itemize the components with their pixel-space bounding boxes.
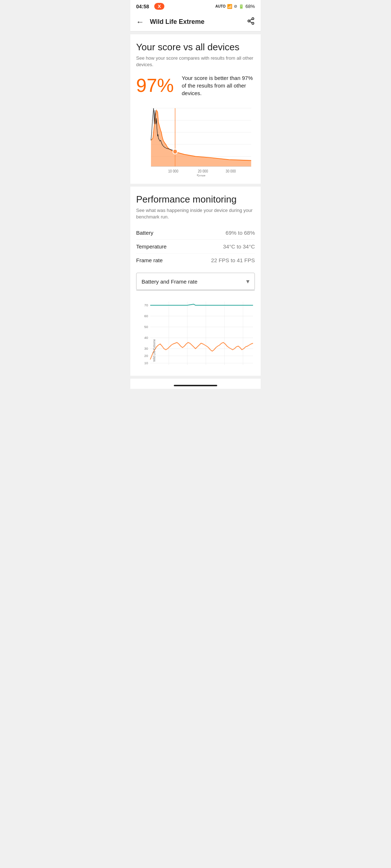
battery-percent: 68% — [245, 4, 255, 9]
score-card: Your score vs all devices See how your s… — [130, 34, 261, 184]
performance-table: Battery 69% to 68% Temperature 34°C to 3… — [136, 226, 255, 267]
framerate-label: Frame rate — [136, 257, 163, 263]
svg-text:30: 30 — [144, 347, 148, 350]
share-button[interactable] — [247, 17, 255, 27]
status-bar: 04:58 X AUTO 📶 ⊘ 🔋 68% — [130, 0, 261, 13]
svg-text:20: 20 — [144, 354, 148, 358]
svg-marker-10 — [151, 110, 251, 166]
sim-icon: ⊘ — [234, 4, 237, 9]
svg-text:30 000: 30 000 — [226, 169, 236, 173]
back-button[interactable]: ← — [136, 17, 144, 27]
battery-label: Battery — [136, 230, 154, 236]
svg-text:10: 10 — [144, 361, 148, 365]
svg-text:Score: Score — [197, 174, 205, 176]
score-row: 97% Your score is better than 97% of the… — [136, 74, 255, 97]
status-icons: AUTO 📶 ⊘ 🔋 68% — [215, 4, 255, 9]
perf-section-subtitle: See what was happening inside your devic… — [136, 207, 255, 220]
svg-line-4 — [250, 19, 252, 21]
svg-point-12 — [173, 149, 177, 154]
svg-text:50: 50 — [144, 325, 148, 329]
score-description: Your score is better than 97% of the res… — [182, 74, 255, 97]
score-section-subtitle: See how your score compares with results… — [136, 55, 255, 68]
battery-value: 69% to 68% — [226, 230, 255, 236]
svg-text:20 000: 20 000 — [198, 169, 208, 173]
framerate-value: 22 FPS to 41 FPS — [211, 257, 255, 263]
svg-text:Wild Life Extreme: Wild Life Extreme — [153, 339, 156, 362]
chart-type-dropdown[interactable]: Battery and Frame rate ▾ — [136, 273, 255, 290]
wifi-icon: 📶 — [227, 4, 232, 9]
performance-chart: 70 60 50 40 30 20 10 — [136, 296, 255, 369]
battery-row: Battery 69% to 68% — [136, 226, 255, 240]
nav-bar: ← Wild Life Extreme — [130, 13, 261, 31]
temperature-row: Temperature 34°C to 34°C — [136, 240, 255, 254]
x-badge: X — [154, 3, 165, 10]
svg-line-3 — [250, 21, 252, 23]
performance-card: Performance monitoring See what was happ… — [130, 187, 261, 376]
battery-icon: 🔋 — [239, 4, 244, 9]
home-bar — [130, 379, 261, 389]
score-percent: 97% — [136, 76, 176, 95]
svg-text:60: 60 — [144, 314, 148, 318]
svg-text:10 000: 10 000 — [168, 169, 178, 173]
score-section-title: Your score vs all devices — [136, 42, 255, 53]
status-time: 04:58 — [136, 4, 149, 9]
dropdown-arrow-icon: ▾ — [246, 277, 249, 285]
svg-text:40: 40 — [144, 336, 148, 340]
temperature-label: Temperature — [136, 243, 167, 250]
svg-text:70: 70 — [144, 303, 148, 307]
dropdown-label: Battery and Frame rate — [142, 278, 197, 285]
perf-section-title: Performance monitoring — [136, 194, 255, 205]
home-bar-indicator — [174, 385, 217, 386]
framerate-row: Frame rate 22 FPS to 41 FPS — [136, 254, 255, 267]
temperature-value: 34°C to 34°C — [223, 243, 255, 250]
page-title: Wild Life Extreme — [150, 18, 247, 26]
distribution-chart: 10 000 20 000 30 000 Score — [136, 104, 255, 176]
auto-icon: AUTO — [215, 4, 226, 8]
